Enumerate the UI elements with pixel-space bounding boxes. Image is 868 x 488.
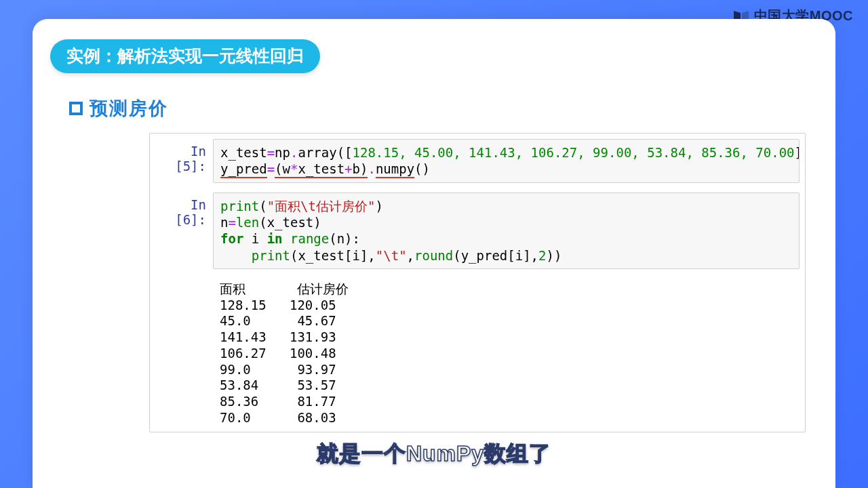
cell-output: 面积 估计房价 128.15 120.05 45.0 45.67 141.43 … bbox=[213, 279, 800, 426]
slide: 实例：解析法实现一元线性回归 预测房价 In [5]: x_test=np.ar… bbox=[33, 19, 835, 488]
code-cell: In [6]: print("面积\t估计房价") n=len(x_test) … bbox=[155, 192, 800, 269]
cell-prompt: In [6]: bbox=[155, 192, 213, 227]
square-bullet-icon bbox=[69, 102, 83, 115]
code-input: print("面积\t估计房价") n=len(x_test) for i in… bbox=[213, 192, 800, 269]
section-title: 预测房价 bbox=[90, 96, 168, 121]
code-input: x_test=np.array([128.15, 45.00, 141.43, … bbox=[213, 139, 800, 183]
header-pill: 实例：解析法实现一元线性回归 bbox=[50, 39, 320, 73]
code-cell: In [5]: x_test=np.array([128.15, 45.00, … bbox=[155, 139, 800, 183]
cell-prompt: In [5]: bbox=[155, 139, 213, 174]
section-header: 预测房价 bbox=[69, 96, 821, 121]
jupyter-notebook: In [5]: x_test=np.array([128.15, 45.00, … bbox=[149, 133, 806, 432]
